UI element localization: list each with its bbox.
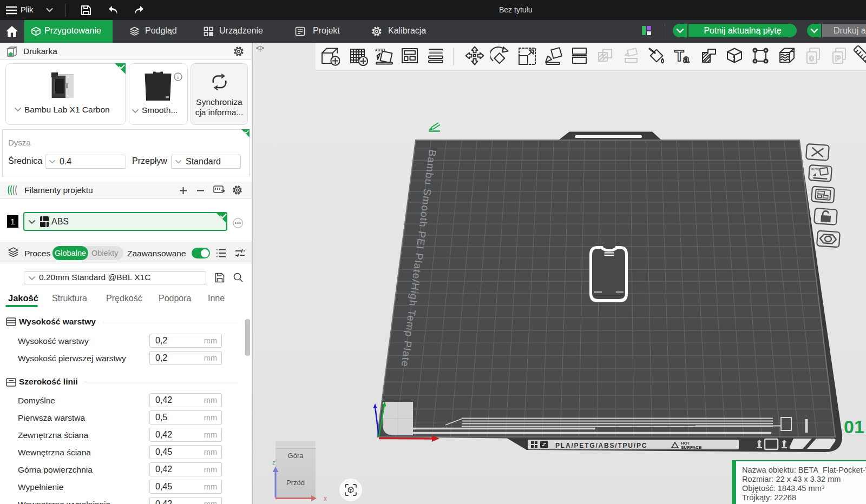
svg-text:z: z [272,459,275,466]
svg-text:P: P [835,54,841,63]
svg-text:i: i [178,75,179,80]
svg-text:AUTO: AUTO [811,167,820,171]
svg-text:01: 01 [844,416,864,437]
svg-text:0: 0 [809,54,813,63]
svg-text:PLA/PETG/ABS/TPU/PC: PLA/PETG/ABS/TPU/PC [555,442,647,449]
svg-text:x: x [324,495,327,502]
svg-text:SURFACE: SURFACE [681,445,702,450]
svg-text:a: a [683,53,690,65]
